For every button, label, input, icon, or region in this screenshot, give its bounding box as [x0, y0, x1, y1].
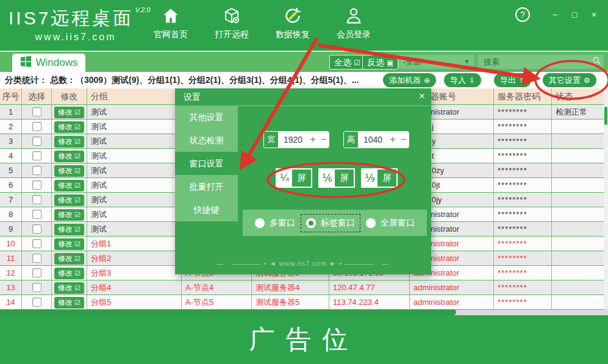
nav-item-会员登录[interactable]: 会员登录: [323, 5, 384, 40]
row-password: ********: [494, 295, 552, 309]
screen-split-button-3[interactable]: ⅑屏: [361, 168, 398, 188]
radio-icon: [306, 218, 316, 228]
row-modify-cell: 修改☑: [52, 149, 87, 163]
radio-多窗口[interactable]: 多窗口: [250, 215, 300, 232]
vertical-scrollbar[interactable]: [604, 88, 608, 310]
modify-button[interactable]: 修改☑: [54, 209, 84, 221]
row-status: [552, 237, 604, 251]
row-checkbox[interactable]: [32, 254, 41, 263]
height-value[interactable]: 1040: [359, 135, 387, 145]
row-checkbox[interactable]: [32, 283, 41, 292]
modify-button[interactable]: 修改☑: [54, 253, 84, 265]
search-box[interactable]: [477, 55, 604, 69]
width-value[interactable]: 1920: [279, 135, 307, 145]
row-number: 6: [0, 178, 22, 192]
window-size-row: 宽 1920 + − 高 1040 + −: [175, 131, 431, 148]
row-modify-cell: 修改☑: [52, 163, 87, 177]
modify-button[interactable]: 修改☑: [54, 151, 84, 162]
dialog-sidebar-item-其他设置[interactable]: 其他设置: [175, 105, 238, 129]
screen-split-button-2[interactable]: ⅙屏: [318, 168, 355, 188]
horizontal-scrollbar[interactable]: [0, 309, 608, 315]
modify-button[interactable]: 修改☑: [54, 180, 84, 191]
dialog-watermark: — · ———— • ◄ www.iis7.com ► • ———— · —: [175, 260, 431, 267]
width-minus-button[interactable]: −: [318, 132, 329, 148]
other-settings-button[interactable]: 其它设置⚙: [543, 73, 596, 87]
nav-item-打开远程[interactable]: 打开远程: [201, 5, 262, 40]
export-button[interactable]: 导出⇧: [494, 73, 531, 87]
horizontal-scrollbar-thumb[interactable]: [0, 309, 456, 315]
maximize-button[interactable]: □: [567, 10, 582, 20]
width-plus-button[interactable]: +: [307, 132, 318, 148]
row-checkbox[interactable]: [32, 239, 41, 248]
modify-button[interactable]: 修改☑: [54, 282, 84, 294]
tab-windows[interactable]: Windows: [12, 54, 85, 72]
help-icon[interactable]: ?: [515, 7, 530, 22]
height-minus-button[interactable]: −: [398, 132, 409, 148]
radio-标签窗口[interactable]: 标签窗口: [301, 215, 360, 232]
nav-item-label: 官网首页: [140, 29, 201, 40]
row-select-cell: [22, 237, 52, 251]
screen-split-button-1[interactable]: ¼屏: [276, 168, 312, 188]
row-checkbox[interactable]: [32, 107, 41, 116]
row-modify-cell: 修改☑: [52, 222, 87, 236]
row-checkbox[interactable]: [32, 122, 41, 131]
row-group: 测试: [87, 163, 182, 177]
modify-button[interactable]: 修改☑: [54, 107, 84, 118]
invert-selection-button[interactable]: 反选▣: [362, 55, 398, 70]
modify-button[interactable]: 修改☑: [54, 136, 84, 148]
modify-button[interactable]: 修改☑: [54, 238, 84, 250]
close-button[interactable]: ×: [586, 10, 602, 20]
vertical-scrollbar-thumb[interactable]: [604, 107, 607, 125]
row-checkbox[interactable]: [32, 151, 41, 160]
row-checkbox[interactable]: [32, 180, 41, 190]
select-all-button[interactable]: 全选☑: [329, 55, 365, 70]
row-number: 7: [0, 193, 22, 207]
radio-label: 全屏窗口: [381, 218, 415, 229]
import-button[interactable]: 导入⇩: [444, 73, 481, 87]
window-mode-radios: 多窗口标签窗口全屏窗口: [243, 210, 427, 236]
modify-button[interactable]: 修改☑: [54, 268, 84, 279]
nav-item-官网首页[interactable]: 官网首页: [140, 5, 201, 40]
modify-button[interactable]: 修改☑: [54, 194, 84, 206]
row-account: administrator: [410, 280, 494, 294]
modify-button[interactable]: 修改☑: [54, 224, 84, 235]
download-icon: ⇩: [469, 76, 475, 85]
dialog-sidebar-item-快捷键[interactable]: 快捷键: [175, 198, 238, 221]
row-password: ********: [494, 134, 552, 148]
screen-split-buttons: ¼屏⅙屏⅑屏: [175, 168, 431, 189]
row-checkbox[interactable]: [32, 210, 41, 219]
modify-check-icon: ☑: [74, 211, 80, 218]
add-machine-button[interactable]: 添加机器⊕: [383, 73, 436, 87]
row-password: ********: [494, 237, 552, 251]
column-header-0: 序号: [0, 88, 22, 104]
settings-dialog: 设置 × 其他设置状态检测窗口设置批量打开快捷键 宽 1920 + − 高 10…: [175, 88, 431, 274]
modify-check-icon: ☑: [74, 123, 80, 130]
modify-check-icon: ☑: [74, 167, 80, 174]
row-checkbox[interactable]: [32, 137, 41, 146]
row-select-cell: [22, 120, 52, 134]
height-plus-button[interactable]: +: [387, 132, 398, 148]
row-checkbox[interactable]: [32, 224, 41, 234]
group-filter-dropdown[interactable]: -全部-▼: [398, 55, 474, 69]
plus-circle-icon: ⊕: [424, 76, 430, 85]
row-select-cell: [22, 280, 52, 294]
row-checkbox[interactable]: [32, 298, 41, 307]
row-checkbox[interactable]: [32, 268, 41, 277]
search-input[interactable]: [482, 57, 592, 67]
row-checkbox[interactable]: [32, 195, 41, 204]
split-label: 屏: [377, 170, 396, 187]
modify-button[interactable]: 修改☑: [54, 121, 84, 133]
minimize-button[interactable]: −: [547, 10, 563, 20]
app-header: IIS7远程桌面V.2.0 www.iis7.com 官网首页打开远程数据恢复会…: [0, 0, 608, 52]
row-server-name: 测试服务器5: [252, 295, 329, 309]
nav-item-数据恢复[interactable]: 数据恢复: [262, 5, 323, 40]
radio-全屏窗口[interactable]: 全屏窗口: [361, 215, 420, 232]
dialog-close-icon[interactable]: ×: [419, 90, 425, 102]
row-status: [552, 266, 604, 280]
modify-button[interactable]: 修改☑: [54, 165, 84, 177]
modify-button[interactable]: 修改☑: [54, 297, 84, 309]
modify-check-icon: ☑: [74, 152, 80, 160]
row-checkbox[interactable]: [32, 166, 41, 175]
row-group: 测试: [87, 120, 182, 134]
row-select-cell: [22, 266, 52, 280]
